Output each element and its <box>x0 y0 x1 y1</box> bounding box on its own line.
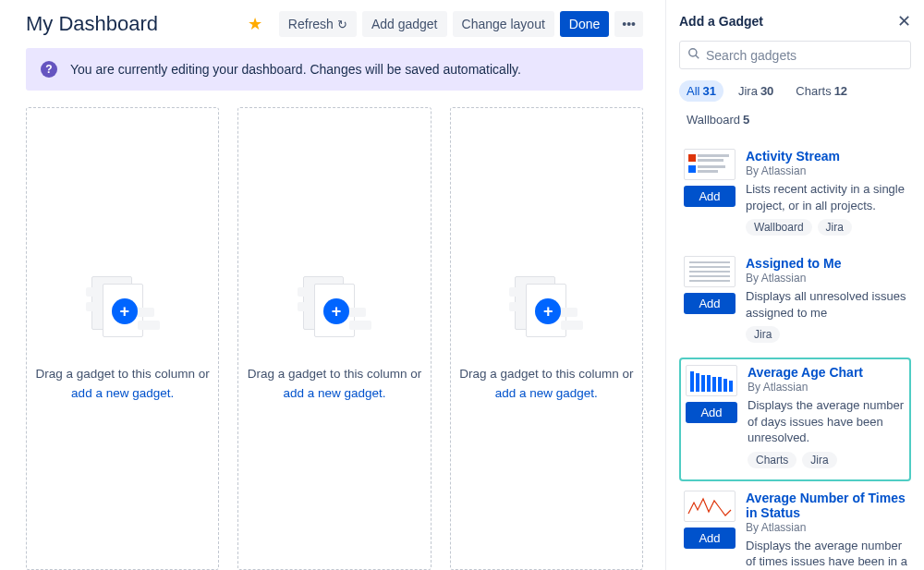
drop-illustration: + <box>298 274 371 348</box>
gadget-tags: ChartsJira <box>748 452 906 468</box>
add-new-gadget-link[interactable]: add a new gadget. <box>71 386 174 400</box>
drop-illustration: + <box>86 274 160 348</box>
refresh-label: Refresh <box>288 17 334 31</box>
add-new-gadget-link[interactable]: add a new gadget. <box>495 386 598 400</box>
svg-rect-4 <box>698 159 723 162</box>
filter-all[interactable]: All 31 <box>679 80 723 102</box>
gadget-item: AddAssigned to MeBy AtlassianDisplays al… <box>679 250 911 354</box>
gadget-tags: Jira <box>746 326 907 343</box>
filter-wallboard[interactable]: Wallboard 5 <box>679 109 757 130</box>
filter-jira[interactable]: Jira 30 <box>731 80 781 102</box>
gadget-tag[interactable]: Charts <box>748 452 796 468</box>
done-button[interactable]: Done <box>560 11 609 37</box>
gadget-author: By Atlassian <box>746 164 907 177</box>
change-layout-button[interactable]: Change layout <box>453 11 554 37</box>
star-icon[interactable]: ★ <box>248 14 262 34</box>
drop-illustration: + <box>509 274 583 348</box>
main-area: My Dashboard ★ Refresh ↻ Add gadget Chan… <box>0 0 665 570</box>
svg-rect-6 <box>698 165 725 168</box>
info-icon: ? <box>41 61 57 78</box>
plus-icon: + <box>112 298 138 324</box>
search-icon <box>687 47 700 63</box>
gadget-tag[interactable]: Wallboard <box>746 219 812 236</box>
svg-rect-9 <box>689 266 730 268</box>
banner-text: You are currently editing your dashboard… <box>70 62 521 77</box>
gadget-add-button[interactable]: Add <box>684 293 736 314</box>
gadget-description: Displays the average number of days issu… <box>748 397 906 446</box>
columns: + Drag a gadget to this column or add a … <box>0 107 665 570</box>
svg-rect-10 <box>689 271 730 273</box>
svg-point-0 <box>689 49 697 56</box>
refresh-icon: ↻ <box>337 18 347 31</box>
gadget-add-button[interactable]: Add <box>684 528 736 549</box>
gadget-description: Lists recent activity in a single projec… <box>746 181 907 213</box>
gadget-description: Displays the average number of times iss… <box>746 538 907 570</box>
svg-rect-11 <box>689 275 730 277</box>
drop-text: Drag a gadget to this column or add a ne… <box>459 365 633 403</box>
gadget-title[interactable]: Assigned to Me <box>746 256 907 271</box>
dashboard-column[interactable]: + Drag a gadget to this column or add a … <box>237 107 431 570</box>
svg-rect-3 <box>698 154 729 157</box>
gadget-item: AddAverage Age ChartBy AtlassianDisplays… <box>679 358 911 481</box>
filter-tabs: All 31Jira 30Charts 12Wallboard 5 <box>679 80 911 130</box>
filter-charts[interactable]: Charts 12 <box>788 80 855 102</box>
drop-text: Drag a gadget to this column or add a ne… <box>35 365 209 403</box>
drop-text: Drag a gadget to this column or add a ne… <box>248 365 421 403</box>
svg-rect-5 <box>688 165 696 173</box>
add-gadget-panel: Add a Gadget ✕ All 31Jira 30Charts 12Wal… <box>665 0 924 570</box>
edit-banner: ? You are currently editing your dashboa… <box>26 48 643 91</box>
gadget-author: By Atlassian <box>746 272 907 285</box>
gadget-author: By Atlassian <box>748 381 906 394</box>
search-box[interactable] <box>679 41 911 69</box>
svg-rect-7 <box>698 170 718 173</box>
gadget-thumbnail <box>684 256 736 287</box>
search-input[interactable] <box>706 48 903 63</box>
add-new-gadget-link[interactable]: add a new gadget. <box>283 386 385 400</box>
gadget-thumbnail <box>684 491 736 522</box>
sidebar-title: Add a Gadget <box>679 14 763 29</box>
svg-line-1 <box>696 55 699 59</box>
gadget-tags: WallboardJira <box>746 219 907 236</box>
header: My Dashboard ★ Refresh ↻ Add gadget Chan… <box>0 11 665 48</box>
gadget-item: AddActivity StreamBy AtlassianLists rece… <box>679 143 911 247</box>
gadget-thumbnail <box>684 149 736 180</box>
svg-rect-12 <box>689 280 730 282</box>
gadget-title[interactable]: Activity Stream <box>746 149 907 164</box>
more-button[interactable]: ••• <box>614 11 643 37</box>
gadget-title[interactable]: Average Age Chart <box>748 365 906 380</box>
gadget-item: AddAverage Number of Times in StatusBy A… <box>679 485 911 570</box>
page-title: My Dashboard <box>26 12 248 36</box>
dashboard-column[interactable]: + Drag a gadget to this column or add a … <box>450 107 643 570</box>
gadget-tag[interactable]: Jira <box>818 219 852 236</box>
gadget-add-button[interactable]: Add <box>684 186 736 207</box>
gadget-tag[interactable]: Jira <box>746 326 780 343</box>
svg-rect-8 <box>689 261 730 263</box>
close-icon[interactable]: ✕ <box>897 11 911 31</box>
svg-rect-2 <box>688 154 696 162</box>
add-gadget-button[interactable]: Add gadget <box>362 11 447 37</box>
refresh-button[interactable]: Refresh ↻ <box>279 11 357 37</box>
gadget-title[interactable]: Average Number of Times in Status <box>746 491 907 520</box>
sidebar-header: Add a Gadget ✕ <box>679 11 911 31</box>
gadget-author: By Atlassian <box>746 521 907 534</box>
gadget-add-button[interactable]: Add <box>686 402 737 423</box>
gadget-description: Displays all unresolved issues assigned … <box>746 288 907 321</box>
gadget-tag[interactable]: Jira <box>802 452 836 468</box>
more-icon: ••• <box>622 17 636 31</box>
dashboard-column[interactable]: + Drag a gadget to this column or add a … <box>26 107 219 570</box>
gadget-thumbnail <box>686 365 737 396</box>
gadget-list[interactable]: AddActivity StreamBy AtlassianLists rece… <box>679 143 920 570</box>
